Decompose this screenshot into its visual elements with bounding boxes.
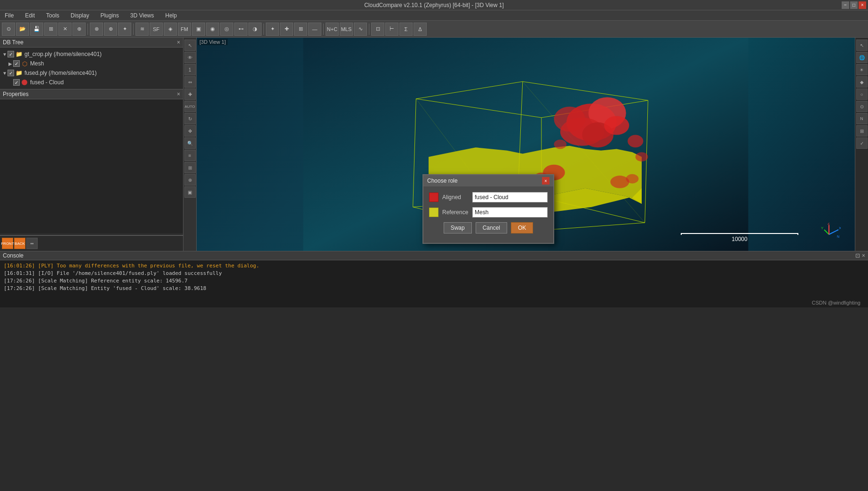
mini-icon-cursor[interactable]: ↖ [184,40,196,51]
tree-item-gtcrop[interactable]: ▼ 📁 gt_crop.ply (/home/silence401) [0,49,183,59]
tree-check-gtcrop[interactable] [8,51,14,57]
rt-btn-grid[interactable]: ⊞ [856,125,868,137]
mini-icon-move[interactable]: ✥ [184,125,196,137]
3d-view-area[interactable]: [3D View 1] [197,38,855,251]
rt-btn-check[interactable]: ✓ [856,137,868,149]
menu-help[interactable]: Help [162,11,180,20]
properties-close-icon[interactable]: × [177,91,180,97]
mini-icon-arrow[interactable]: ⇔ [184,76,196,88]
tb-btn24[interactable]: ∿ [354,23,367,36]
aligned-input[interactable] [472,192,548,202]
tb-btn15[interactable]: ◎ [220,23,233,36]
rt-btn-eye[interactable]: ⊙ [856,101,868,112]
reference-label: Reference [442,209,472,216]
mini-icon-eye[interactable]: 👁 [184,52,196,63]
reference-row: Reference [429,207,548,217]
tb-btn10[interactable]: SF [150,23,163,36]
tb-new[interactable]: ⊙ [2,23,15,36]
tree-item-fused[interactable]: ▼ 📁 fused.ply (/home/silence401) [0,68,183,78]
cancel-button[interactable]: Cancel [476,222,507,233]
tree-toggle-fused[interactable]: ▼ [2,70,8,76]
tb-save[interactable]: 💾 [30,23,43,36]
ok-button[interactable]: OK [511,222,533,233]
tree-check-fused[interactable] [8,70,14,76]
svg-text:N: N [837,235,839,238]
left-icon-dots[interactable]: •• [26,238,38,249]
minimize-button[interactable]: − [842,1,849,9]
mini-icon-plus2[interactable]: ⊕ [184,174,196,185]
menu-tools[interactable]: Tools [43,11,62,20]
tb-btn26[interactable]: ⊢ [385,23,398,36]
tb-btn7[interactable]: ⊕ [104,23,117,36]
tb-open[interactable]: 📂 [16,23,29,36]
rt-btn-n[interactable]: N [856,113,868,124]
mini-icon-1[interactable]: 1 [184,64,196,75]
axis-indicator: X Y Z N [817,223,841,246]
tb-btn9[interactable]: ≋ [135,23,149,36]
tb-btn19[interactable]: ✚ [280,23,293,36]
mini-icon-box[interactable]: ▣ [184,186,196,198]
menu-edit[interactable]: Edit [22,11,38,20]
mini-icon-plus[interactable]: ✚ [184,89,196,100]
svg-line-26 [824,230,829,234]
db-tree-close-icon[interactable]: × [177,39,180,46]
reference-input[interactable] [472,207,548,217]
tb-btn17[interactable]: ◑ [248,23,262,36]
tb-btn23[interactable]: MLS [340,23,353,36]
tree-toggle-fused-cloud [8,80,13,85]
tb-sep5 [369,24,369,35]
tb-btn21[interactable]: — [308,23,321,36]
mini-icon-rotate[interactable]: ↻ [184,113,196,124]
tb-btn18[interactable]: ✦ [266,23,279,36]
tb-btn5[interactable]: ⊕ [72,23,86,36]
left-icon-front[interactable]: FRONT [2,238,13,249]
tree-toggle-mesh[interactable]: ▶ [8,61,13,66]
tb-btn16[interactable]: ⊷ [234,23,247,36]
mini-icon-auto[interactable]: AUTO [184,101,196,112]
menu-plugins[interactable]: Plugins [97,11,121,20]
rt-btn-cursor[interactable]: ↖ [856,40,868,51]
tb-btn20[interactable]: ⊞ [294,23,307,36]
tb-btn12[interactable]: FM [178,23,191,36]
rt-btn-sun[interactable]: ☀ [856,64,868,75]
rt-btn-globe[interactable]: 🌐 [856,52,868,63]
tb-btn6[interactable]: ⊗ [90,23,103,36]
menu-3dviews[interactable]: 3D Views [127,11,157,20]
rt-btn-diamond[interactable]: ◆ [856,76,868,88]
menu-file[interactable]: File [2,11,16,20]
tb-btn4[interactable]: ✕ [58,23,72,36]
mini-icon-layers[interactable]: ≡ [184,150,196,161]
tb-btn3[interactable]: ⊞ [44,23,57,36]
tb-btn22[interactable]: N+C [326,23,339,36]
mini-icon-zoom[interactable]: 🔍 [184,137,196,149]
console-icon1[interactable]: ⊡ [855,252,860,259]
tb-btn13[interactable]: ▣ [192,23,205,36]
properties-panel: Properties × [0,89,183,235]
tb-btn11[interactable]: ◈ [164,23,177,36]
menu-display[interactable]: Display [68,11,92,20]
mini-icon-grid[interactable]: ⊞ [184,162,196,173]
console-content: [16:01:26] [PLY] Too many differences wi… [0,260,868,302]
swap-button[interactable]: Swap [444,222,472,233]
console-icon2[interactable]: × [862,252,865,259]
tb-btn25[interactable]: ⊡ [371,23,384,36]
tree-check-mesh[interactable] [13,60,20,67]
svg-line-24 [829,230,838,234]
tree-item-fused-cloud[interactable]: fused - Cloud [6,78,183,87]
left-mini-toolbar: ↖ 👁 1 ⇔ ✚ AUTO ↻ ✥ 🔍 ≡ ⊞ ⊕ ▣ [183,38,197,251]
tree-check-fused-cloud[interactable] [13,79,20,86]
close-button[interactable]: × [859,1,866,9]
tb-btn27[interactable]: Σ [399,23,413,36]
maximize-button[interactable]: □ [850,1,858,9]
tree-toggle-gtcrop[interactable]: ▼ [2,51,8,57]
console-line-4: [17:26:26] [Scale Matching] Entity 'fuse… [4,285,864,292]
view-console-split: DB Tree × ▼ 📁 gt_crop.ply (/home/silence… [0,38,868,251]
tree-item-mesh[interactable]: ▶ ⬡ Mesh [6,59,183,68]
tb-btn8[interactable]: ✦ [118,23,131,36]
left-icon-back[interactable]: BACK [14,238,25,249]
dialog-close-button[interactable]: × [542,177,549,185]
tb-btn14[interactable]: ◉ [206,23,219,36]
mesh-icon: ⬡ [21,60,28,67]
rt-btn-circle[interactable]: ○ [856,89,868,100]
tb-btn28[interactable]: Δ [414,23,427,36]
